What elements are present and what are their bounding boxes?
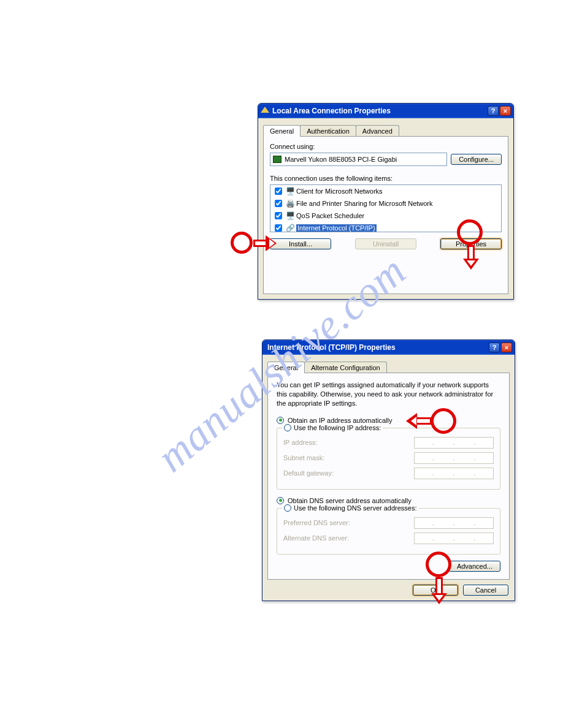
- gateway-input: ...: [414, 468, 494, 479]
- tabs: General Alternate Configuration: [267, 361, 510, 373]
- ip-input: ...: [414, 437, 494, 449]
- radio-label: Use the following DNS server addresses:: [294, 504, 417, 512]
- tab-general[interactable]: General: [263, 125, 301, 137]
- close-button[interactable]: ×: [500, 106, 511, 116]
- nic-icon: [273, 156, 282, 163]
- annotation-circle: [231, 232, 253, 254]
- adapter-name: Marvell Yukon 88E8053 PCI-E Gigabi: [285, 156, 397, 163]
- list-item[interactable]: 🔗Internet Protocol (TCP/IP): [270, 222, 501, 234]
- help-button[interactable]: ?: [488, 106, 499, 116]
- list-item-label: QoS Packet Scheduler: [296, 212, 364, 219]
- checkbox[interactable]: [275, 224, 282, 232]
- radio-obtain-dns[interactable]: Obtain DNS server address automatically: [277, 497, 500, 504]
- share-icon: 🖨️: [286, 199, 294, 208]
- items-label: This connection uses the following items…: [270, 175, 502, 182]
- group-legend[interactable]: Use the following DNS server addresses:: [282, 504, 419, 512]
- connect-using-label: Connect using:: [270, 143, 502, 150]
- cancel-button[interactable]: Cancel: [463, 585, 508, 596]
- help-button[interactable]: ?: [489, 343, 500, 352]
- lan-properties-dialog: Local Area Connection Properties ? × Gen…: [258, 103, 514, 300]
- install-button[interactable]: Install...: [270, 238, 331, 249]
- checkbox[interactable]: [275, 212, 282, 219]
- tab-panel-general: Connect using: Marvell Yukon 88E8053 PCI…: [263, 136, 508, 294]
- radio-label: Obtain DNS server address automatically: [288, 497, 412, 504]
- list-item-label: File and Printer Sharing for Microsoft N…: [296, 200, 433, 207]
- tabs: General Authentication Advanced: [263, 124, 508, 136]
- ok-button[interactable]: OK: [413, 585, 458, 596]
- intro-text: You can get IP settings assigned automat…: [277, 381, 500, 408]
- list-item-label: Internet Protocol (TCP/IP): [296, 224, 377, 232]
- group-legend[interactable]: Use the following IP address:: [282, 424, 383, 431]
- client-icon: 🖥️: [286, 187, 294, 195]
- checkbox[interactable]: [275, 188, 282, 195]
- static-dns-group: Use the following DNS server addresses: …: [277, 508, 500, 555]
- adapter-field[interactable]: Marvell Yukon 88E8053 PCI-E Gigabi: [270, 153, 447, 166]
- tab-authentication[interactable]: Authentication: [300, 125, 356, 137]
- radio-label: Use the following IP address:: [294, 424, 381, 431]
- tcpip-icon: 🔗: [286, 224, 294, 232]
- checkbox[interactable]: [275, 200, 282, 207]
- titlebar[interactable]: Internet Protocol (TCP/IP) Properties ? …: [262, 340, 515, 355]
- subnet-label: Subnet mask:: [283, 454, 324, 461]
- close-button[interactable]: ×: [501, 343, 512, 352]
- radio-icon: [284, 424, 291, 431]
- list-item-label: Client for Microsoft Networks: [296, 188, 383, 195]
- ip-label: IP address:: [283, 439, 317, 446]
- radio-icon: [277, 417, 284, 424]
- alt-dns-label: Alternate DNS server:: [283, 534, 349, 542]
- static-ip-group: Use the following IP address: IP address…: [277, 428, 500, 490]
- network-icon: [261, 107, 269, 115]
- tab-panel-general: You can get IP settings assigned automat…: [267, 373, 510, 580]
- gateway-label: Default gateway:: [283, 469, 334, 477]
- dialog-title: Internet Protocol (TCP/IP) Properties: [267, 343, 488, 352]
- list-item[interactable]: 🖨️File and Printer Sharing for Microsoft…: [270, 197, 501, 210]
- properties-button[interactable]: Properties: [440, 238, 502, 249]
- list-item[interactable]: 🖥️Client for Microsoft Networks: [270, 185, 501, 197]
- radio-icon: [277, 497, 284, 504]
- tab-general[interactable]: General: [267, 362, 305, 373]
- radio-obtain-ip[interactable]: Obtain an IP address automatically: [277, 417, 500, 424]
- tcpip-properties-dialog: Internet Protocol (TCP/IP) Properties ? …: [262, 339, 515, 601]
- tab-advanced[interactable]: Advanced: [356, 125, 399, 137]
- radio-icon: [284, 504, 291, 512]
- pref-dns-input: ...: [414, 517, 494, 529]
- qos-icon: 🖥️: [286, 211, 294, 220]
- advanced-button[interactable]: Advanced...: [449, 561, 500, 572]
- radio-label: Obtain an IP address automatically: [288, 417, 392, 424]
- configure-button[interactable]: Configure...: [451, 154, 502, 165]
- items-listbox[interactable]: 🖥️Client for Microsoft Networks 🖨️File a…: [270, 184, 502, 232]
- subnet-input: ...: [414, 452, 494, 464]
- titlebar[interactable]: Local Area Connection Properties ? ×: [258, 104, 513, 118]
- tab-alternate[interactable]: Alternate Configuration: [304, 362, 387, 373]
- alt-dns-input: ...: [414, 533, 494, 544]
- list-item[interactable]: 🖥️QoS Packet Scheduler: [270, 210, 501, 222]
- pref-dns-label: Preferred DNS server:: [283, 519, 350, 526]
- dialog-title: Local Area Connection Properties: [272, 107, 486, 115]
- uninstall-button: Uninstall: [355, 238, 416, 249]
